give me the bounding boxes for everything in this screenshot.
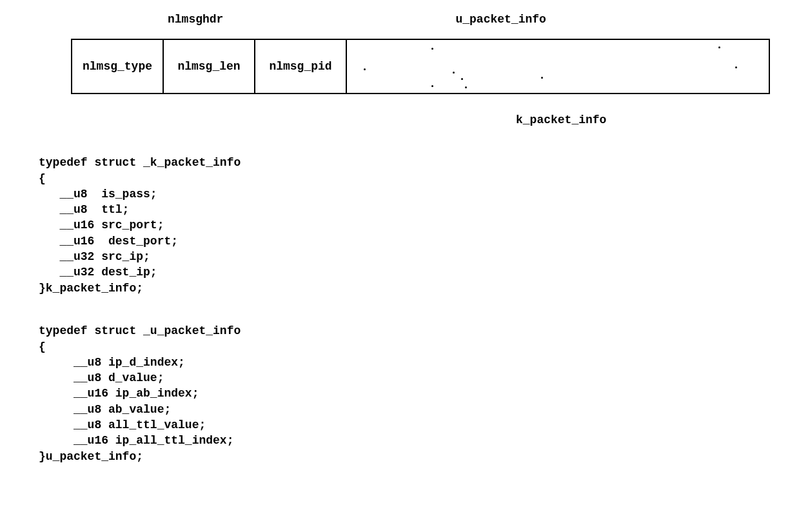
cell-nlmsg-pid: nlmsg_pid <box>255 40 347 93</box>
cell-payload <box>347 40 769 93</box>
cell-nlmsg-len: nlmsg_len <box>164 40 255 93</box>
code-line: __u16 ip_all_ttl_index; <box>39 434 233 447</box>
code-line: __u8 is_pass; <box>39 188 157 201</box>
code-line: typedef struct _k_packet_info <box>39 156 241 169</box>
dots-decoration <box>347 40 769 93</box>
code-line: }u_packet_info; <box>39 450 143 463</box>
code-line: __u8 ab_value; <box>39 403 171 416</box>
code-line: __u16 src_port; <box>39 219 164 232</box>
code-line: { <box>39 340 46 353</box>
header-labels: nlmsghdr u_packet_info <box>39 13 760 26</box>
code-line: __u8 ip_d_index; <box>39 356 185 369</box>
code-line: __u8 all_ttl_value; <box>39 419 206 431</box>
code-line: __u8 d_value; <box>39 371 164 384</box>
packet-structure-table: nlmsg_type nlmsg_len nlmsg_pid <box>71 39 770 94</box>
label-nlmsghdr: nlmsghdr <box>168 13 223 26</box>
cell-nlmsg-type: nlmsg_type <box>72 40 164 93</box>
struct-k-packet-info: typedef struct _k_packet_info { __u8 is_… <box>39 139 760 296</box>
code-line: typedef struct _u_packet_info <box>39 324 241 337</box>
code-line: __u8 ttl; <box>39 203 129 216</box>
code-line: __u32 dest_ip; <box>39 266 157 279</box>
label-kpacket: k_packet_info <box>516 113 760 126</box>
code-line: __u16 ip_ab_index; <box>39 387 199 400</box>
code-line: __u32 src_ip; <box>39 250 150 263</box>
code-line: { <box>39 172 46 185</box>
label-upacket: u_packet_info <box>455 13 546 26</box>
struct-u-packet-info: typedef struct _u_packet_info { __u8 ip_… <box>39 308 760 464</box>
code-line: __u16 dest_port; <box>39 235 178 248</box>
code-line: }k_packet_info; <box>39 282 143 295</box>
